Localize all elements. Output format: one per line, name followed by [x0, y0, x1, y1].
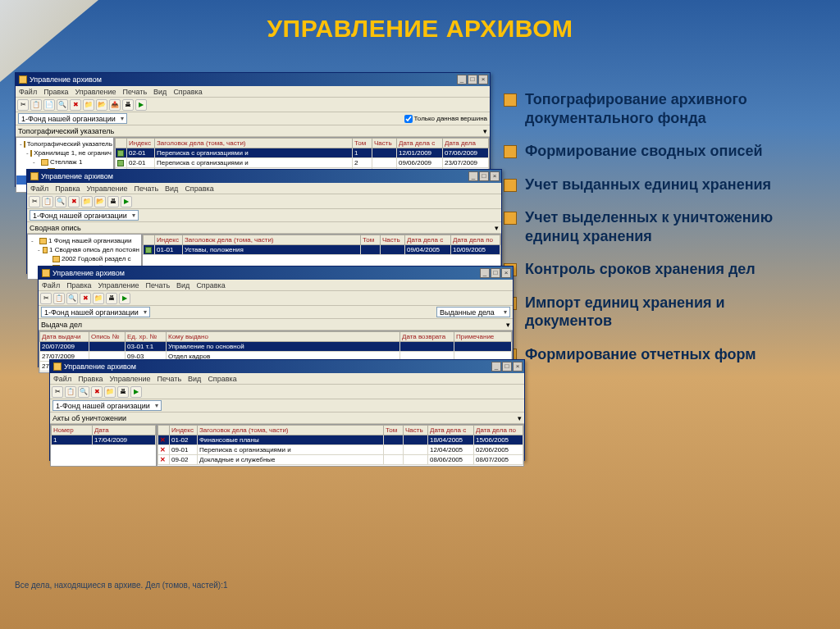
col-header[interactable]: Ед. хр. № — [126, 332, 167, 342]
col-header[interactable]: Том — [384, 426, 404, 435]
table-row[interactable]: ✕09-01Переписка с организациями и12/04/2… — [158, 445, 523, 455]
table-row[interactable]: 01-01Уставы, положения09/04/200510/09/20… — [144, 245, 500, 255]
col-header[interactable]: Дата дела — [443, 139, 489, 148]
toolbar-btn[interactable]: 📋 — [30, 99, 42, 111]
grid-pane[interactable]: ИндексЗаголовок дела (тома, части)ТомЧас… — [157, 424, 524, 467]
bullet-item: Топографирование архивного документально… — [504, 90, 815, 127]
col-header[interactable] — [116, 139, 127, 148]
menu-print[interactable]: Печать — [123, 88, 147, 96]
table-row[interactable]: ✕09-02Докладные и служебные08/06/200508/… — [158, 455, 523, 465]
menu-view[interactable]: Вид — [153, 88, 167, 96]
toolbar[interactable]: ✂📋🔍✖📁🖶▶ — [50, 385, 524, 399]
col-header[interactable]: Дата дела с — [397, 139, 443, 148]
col-header[interactable]: Дата дела с — [405, 235, 451, 245]
status-dropdown[interactable]: Выданные дела — [436, 307, 510, 317]
col-header[interactable]: Том — [361, 235, 381, 245]
table-row[interactable]: 20/07/200903-01 т.1Управление по основно… — [40, 342, 512, 352]
status-bar: Все дела, находящиеся в архиве. Дел (том… — [15, 581, 228, 590]
titlebar: Управление архивом _□× — [39, 267, 513, 280]
only-top-label: Только данная вершина — [414, 115, 487, 122]
col-header[interactable]: Заголовок дела (тома, части) — [183, 235, 361, 245]
window-issued: Управление архивом _□× ФайлПравкаУправле… — [38, 266, 514, 367]
filter-bar: 1-Фонд нашей организации — [27, 209, 501, 222]
col-header[interactable]: Опись № — [89, 332, 126, 342]
col-header[interactable]: Том — [353, 139, 372, 148]
toolbar-btn[interactable]: ✖ — [70, 99, 81, 111]
col-header[interactable]: Индекс — [127, 139, 155, 148]
toolbar[interactable]: ✂📋📄🔍✖📁📂📤🖶▶ — [16, 98, 490, 112]
window-controls[interactable]: _□× — [491, 362, 523, 371]
window-controls[interactable]: _□× — [468, 171, 500, 181]
col-header[interactable]: Часть — [381, 235, 405, 245]
window-title: Управление архивом — [41, 172, 113, 180]
toolbar-btn[interactable]: ✂ — [17, 99, 29, 111]
col-header[interactable]: Индекс — [155, 235, 183, 245]
toolbar-btn[interactable]: ▶ — [135, 99, 147, 111]
table-row[interactable]: 02-01Переписка с организациями и209/06/2… — [116, 158, 489, 168]
menu-manage[interactable]: Управление — [75, 88, 116, 96]
tree-node[interactable]: 2002 Годовой раздел с — [28, 254, 141, 263]
table-row[interactable]: 02-01Переписка с организациями и112/01/2… — [116, 148, 489, 158]
menubar[interactable]: ФайлПравкаУправлениеПечатьВидСправка — [39, 280, 513, 291]
section-label: Топографический указатель — [18, 127, 114, 135]
section-label: Выдача дел — [41, 321, 82, 329]
col-header[interactable]: Дата выдачи — [40, 332, 89, 342]
window-controls[interactable]: _□× — [456, 75, 488, 84]
toolbar-btn[interactable]: 📄 — [43, 99, 55, 111]
col-header[interactable]: Кому выдано — [167, 332, 400, 342]
window-destroy: Управление архивом _□× ФайлПравкаУправле… — [49, 359, 525, 461]
toolbar-btn[interactable]: 📂 — [96, 99, 107, 111]
col-header[interactable]: Индекс — [170, 426, 198, 435]
fond-dropdown[interactable]: 1-Фонд нашей организации — [41, 307, 150, 317]
fond-dropdown[interactable]: 1-Фонд нашей организации — [18, 113, 127, 124]
slide-title: УПРАВЛЕНИЕ АРХИВОМ — [0, 15, 840, 43]
toolbar[interactable]: ✂📋🔍✖📁🖶▶ — [39, 291, 513, 306]
titlebar: Управление архивом _□× — [16, 73, 490, 86]
toolbar-btn[interactable]: 📤 — [109, 99, 121, 111]
fond-dropdown[interactable]: 1-Фонд нашей организации — [30, 210, 139, 221]
window-controls[interactable]: _□× — [479, 268, 511, 278]
col-header[interactable]: Дата дела по — [474, 426, 523, 435]
col-header[interactable]: Часть — [372, 139, 397, 148]
toolbar-btn[interactable]: 📁 — [83, 99, 94, 111]
only-top-checkbox[interactable] — [404, 115, 413, 123]
tree-node[interactable]: -1 Сводная опись дел постоян — [28, 245, 141, 254]
menubar[interactable]: Файл Правка Управление Печать Вид Справк… — [16, 86, 490, 98]
menu-file[interactable]: Файл — [19, 88, 37, 96]
col-header[interactable] — [144, 235, 155, 245]
col-header[interactable]: Дата возврата — [400, 332, 454, 342]
bullet-item: Формирование отчетных форм — [504, 345, 815, 364]
tree-node[interactable]: -1 Фонд нашей организации — [28, 236, 141, 245]
fond-dropdown[interactable]: 1-Фонд нашей организации — [52, 400, 162, 411]
col-header[interactable]: Часть — [404, 426, 428, 435]
table-row[interactable]: 117/04/2009 — [52, 435, 156, 445]
tree-node[interactable]: -Стеллаж 1 — [16, 157, 113, 166]
col-header[interactable]: Заголовок дела (тома, части) — [155, 139, 353, 148]
col-header[interactable]: Дата дела с — [428, 426, 474, 435]
col-header[interactable] — [158, 426, 170, 435]
bullet-list: Топографирование архивного документально… — [504, 90, 815, 378]
toolbar-btn[interactable]: 🔍 — [57, 99, 68, 111]
bullet-item: Контроль сроков хранения дел — [504, 260, 815, 279]
menubar[interactable]: ФайлПравкаУправлениеПечатьВидСправка — [27, 183, 501, 194]
toolbar[interactable]: ✂📋🔍✖📁📂🖶▶ — [27, 194, 501, 209]
col-header[interactable]: Заголовок дела (тома, части) — [198, 426, 384, 435]
titlebar: Управление архивом _□× — [50, 360, 524, 373]
col-header[interactable]: Примечание — [454, 332, 512, 342]
acts-grid[interactable]: НомерДата117/04/2009 — [50, 424, 157, 467]
menubar[interactable]: ФайлПравкаУправлениеПечатьВидСправка — [50, 373, 524, 385]
bullet-item: Формирование сводных описей — [504, 142, 815, 161]
tree-node[interactable]: -Хранилище 1, не огранич — [16, 148, 113, 157]
table-row[interactable]: ✕01-02Финансовые планы18/04/200515/06/20… — [158, 435, 523, 445]
window-summary: Управление архивом _□× ФайлПравкаУправле… — [26, 169, 502, 274]
tree-node[interactable]: -Топографический указатель — [16, 139, 113, 148]
filter-bar: 1-Фонд нашей организации Выданные дела — [39, 306, 513, 319]
menu-edit[interactable]: Правка — [43, 88, 68, 96]
filter-bar: 1-Фонд нашей организации Только данная в… — [16, 112, 490, 125]
window-title: Управление архивом — [52, 269, 125, 277]
col-header[interactable]: Дата дела по — [451, 235, 500, 245]
window-title: Управление архивом — [30, 75, 102, 84]
titlebar: Управление архивом _□× — [27, 170, 501, 183]
toolbar-btn[interactable]: 🖶 — [122, 99, 134, 111]
menu-help[interactable]: Справка — [173, 88, 202, 96]
